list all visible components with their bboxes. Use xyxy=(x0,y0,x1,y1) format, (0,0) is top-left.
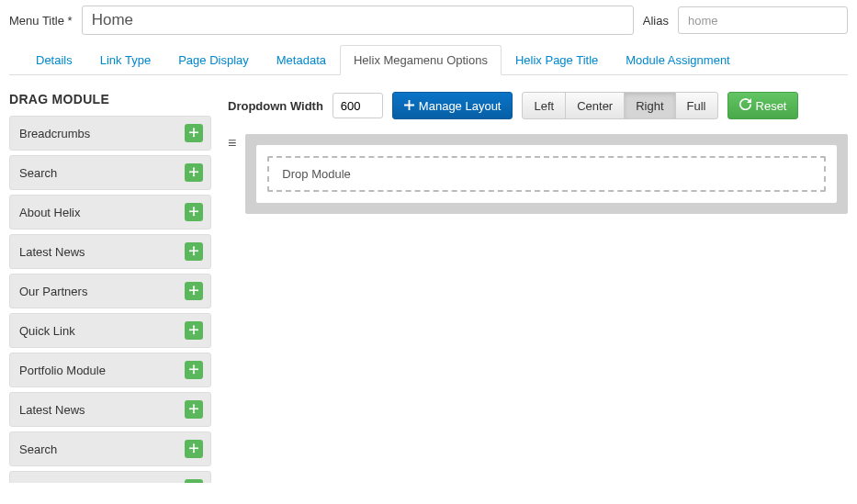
module-item[interactable]: Our Partners xyxy=(9,274,211,308)
move-icon[interactable] xyxy=(185,400,203,419)
tab-metadata[interactable]: Metadata xyxy=(263,45,340,75)
tab-details[interactable]: Details xyxy=(22,45,86,75)
tabs: DetailsLink TypePage DisplayMetadataHeli… xyxy=(9,44,848,75)
menu-title-input[interactable] xyxy=(82,6,634,35)
tab-page-display[interactable]: Page Display xyxy=(164,45,263,75)
alias-label: Alias xyxy=(643,14,669,28)
plus-icon xyxy=(404,99,414,113)
module-item[interactable]: Portfolio Module xyxy=(9,353,211,387)
menu-title-label: Menu Title * xyxy=(9,14,73,28)
align-left-button[interactable]: Left xyxy=(522,92,566,119)
module-item[interactable]: Information xyxy=(9,471,211,483)
align-center-button[interactable]: Center xyxy=(565,92,625,119)
refresh-icon xyxy=(739,98,751,113)
align-right-button[interactable]: Right xyxy=(624,92,675,119)
dropdown-width-label: Dropdown Width xyxy=(228,99,323,113)
move-icon[interactable] xyxy=(185,440,203,458)
reset-button[interactable]: Reset xyxy=(727,92,799,119)
module-item[interactable]: Breadcrumbs xyxy=(9,116,211,151)
alignment-group: LeftCenterRightFull xyxy=(522,92,717,119)
tab-link-type[interactable]: Link Type xyxy=(86,45,164,75)
module-item-label: Quick Link xyxy=(19,324,75,338)
module-item[interactable]: Latest News xyxy=(9,234,211,269)
move-icon[interactable] xyxy=(185,479,203,483)
module-item-label: Portfolio Module xyxy=(19,364,106,377)
manage-layout-label: Manage Layout xyxy=(419,99,502,113)
module-item-label: Breadcrumbs xyxy=(19,127,90,140)
move-icon[interactable] xyxy=(185,203,203,221)
dropdown-width-input[interactable] xyxy=(333,93,383,118)
module-item[interactable]: About Helix xyxy=(9,195,211,230)
module-item-label: Search xyxy=(19,166,57,180)
tab-module-assignment[interactable]: Module Assignment xyxy=(612,45,743,75)
drop-zone[interactable]: Drop Module xyxy=(267,156,826,192)
module-item[interactable]: Quick Link xyxy=(9,313,211,348)
move-icon[interactable] xyxy=(185,321,203,340)
tab-helix-megamenu-options[interactable]: Helix Megamenu Options xyxy=(340,45,502,75)
module-item-label: Search xyxy=(19,442,57,456)
move-icon[interactable] xyxy=(185,361,203,379)
align-full-button[interactable]: Full xyxy=(675,92,718,119)
reset-label: Reset xyxy=(756,99,787,113)
tab-helix-page-title[interactable]: Helix Page Title xyxy=(502,45,612,75)
move-icon[interactable] xyxy=(185,124,203,142)
drag-module-title: DRAG MODULE xyxy=(9,92,211,106)
module-item[interactable]: Search xyxy=(9,431,211,466)
move-icon[interactable] xyxy=(185,242,203,261)
module-item[interactable]: Search xyxy=(9,155,211,190)
move-icon[interactable] xyxy=(185,163,203,182)
layout-column: Drop Module xyxy=(256,145,837,203)
module-item-label: Information xyxy=(19,482,79,484)
module-item-label: Latest News xyxy=(19,403,85,417)
module-item-label: Latest News xyxy=(19,245,85,259)
alias-input[interactable] xyxy=(678,6,848,34)
module-item[interactable]: Latest News xyxy=(9,392,211,427)
module-item-label: Our Partners xyxy=(19,285,87,298)
module-item-label: About Helix xyxy=(19,206,80,219)
move-icon[interactable] xyxy=(185,282,203,300)
drag-handle-icon[interactable]: ≡ xyxy=(228,134,236,151)
manage-layout-button[interactable]: Manage Layout xyxy=(392,92,513,119)
layout-row: Drop Module xyxy=(245,134,848,214)
module-list[interactable]: BreadcrumbsSearchAbout HelixLatest NewsO… xyxy=(9,116,211,483)
